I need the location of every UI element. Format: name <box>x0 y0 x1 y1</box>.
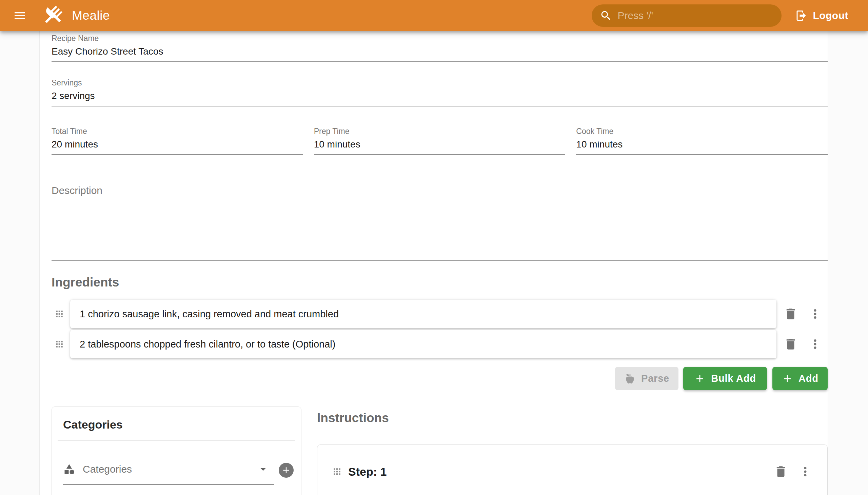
delete-step-button[interactable] <box>771 462 790 481</box>
trash-icon <box>784 337 798 351</box>
categories-card: Categories Categories <box>52 407 302 495</box>
drag-handle-icon[interactable] <box>55 340 64 348</box>
step-card: Step: 1 Combine crumbled chorizo and chi… <box>317 444 828 495</box>
ingredient-text: 1 chorizo sausage link, casing removed a… <box>80 309 339 320</box>
drag-handle-icon[interactable] <box>55 309 64 318</box>
search-input[interactable]: Press '/' <box>592 4 782 27</box>
cook-time-label: Cook Time <box>576 127 828 136</box>
total-time-field[interactable]: Total Time 20 minutes <box>52 127 303 155</box>
ingredient-row: 2 tablespoons chopped fresh cilantro, or… <box>55 330 828 358</box>
recipe-name-field[interactable]: Recipe Name Easy Chorizo Street Tacos <box>52 31 828 62</box>
description-textarea[interactable]: Description <box>52 155 828 261</box>
servings-label: Servings <box>52 78 828 87</box>
logout-button[interactable]: Logout <box>795 10 848 22</box>
ingredient-menu-button[interactable] <box>806 305 824 323</box>
bulk-add-label: Bulk Add <box>711 373 756 384</box>
categories-heading: Categories <box>63 418 301 431</box>
app-title: Mealie <box>72 8 110 23</box>
prep-time-value[interactable]: 10 minutes <box>314 139 565 154</box>
cook-time-value[interactable]: 10 minutes <box>576 139 828 154</box>
add-ingredient-button[interactable]: Add <box>772 367 828 390</box>
app-bar-left: Mealie <box>0 4 110 27</box>
ingredients-actions: Parse Bulk Add Add <box>40 367 828 390</box>
search-placeholder: Press '/' <box>617 10 653 21</box>
step-header: Step: 1 <box>333 462 815 481</box>
recipe-name-label: Recipe Name <box>52 34 828 43</box>
app-bar-right: Press '/' Logout <box>592 4 868 27</box>
step-title: Step: 1 <box>348 465 387 478</box>
ingredients-list: 1 chorizo sausage link, casing removed a… <box>40 300 828 358</box>
servings-field[interactable]: Servings 2 servings <box>52 78 828 106</box>
apple-icon <box>624 373 636 385</box>
menu-button[interactable] <box>12 8 27 23</box>
trash-icon <box>784 307 798 321</box>
trash-icon <box>774 464 788 479</box>
instructions-heading: Instructions <box>317 411 828 425</box>
hamburger-icon <box>13 9 27 22</box>
plus-icon <box>782 373 793 385</box>
categories-select[interactable]: Categories <box>63 463 274 485</box>
categories-divider <box>58 440 295 441</box>
instructions-section: Instructions Step: 1 Com <box>317 407 828 495</box>
delete-ingredient-button[interactable] <box>781 335 800 354</box>
ingredients-heading: Ingredients <box>52 275 828 290</box>
ingredient-menu-button[interactable] <box>806 335 824 354</box>
prep-time-field[interactable]: Prep Time 10 minutes <box>314 127 565 155</box>
add-label: Add <box>799 373 818 384</box>
total-time-label: Total Time <box>52 127 303 136</box>
plus-icon <box>281 465 291 475</box>
ingredient-text: 2 tablespoons chopped fresh cilantro, or… <box>80 339 335 350</box>
ingredient-input[interactable]: 2 tablespoons chopped fresh cilantro, or… <box>70 330 777 358</box>
recipe-form-card: Recipe Name Easy Chorizo Street Tacos Se… <box>39 31 828 495</box>
search-icon <box>600 10 612 22</box>
step-menu-button[interactable] <box>796 462 815 481</box>
servings-value[interactable]: 2 servings <box>52 90 828 106</box>
categories-select-label: Categories <box>83 463 132 475</box>
shapes-icon <box>63 463 75 475</box>
parse-button[interactable]: Parse <box>615 367 679 390</box>
logout-label: Logout <box>813 10 848 21</box>
kebab-icon <box>808 307 822 321</box>
app-bar: Mealie Press '/' Logout <box>0 0 868 31</box>
recipe-name-value[interactable]: Easy Chorizo Street Tacos <box>52 46 828 62</box>
plus-icon <box>694 373 705 385</box>
ingredient-row: 1 chorizo sausage link, casing removed a… <box>55 300 828 328</box>
kebab-icon <box>808 337 822 351</box>
total-time-value[interactable]: 20 minutes <box>52 139 303 154</box>
parse-label: Parse <box>641 373 669 384</box>
bottom-columns: Categories Categories <box>52 407 828 495</box>
times-row: Total Time 20 minutes Prep Time 10 minut… <box>52 127 828 155</box>
logout-icon <box>795 10 807 22</box>
prep-time-label: Prep Time <box>314 127 565 136</box>
kebab-icon <box>798 464 812 479</box>
drag-handle-icon[interactable] <box>333 467 341 476</box>
add-category-button[interactable] <box>279 463 294 478</box>
categories-select-row: Categories <box>63 463 294 485</box>
bulk-add-button[interactable]: Bulk Add <box>683 367 767 390</box>
delete-ingredient-button[interactable] <box>781 305 800 323</box>
chevron-down-icon[interactable] <box>257 463 269 475</box>
ingredient-input[interactable]: 1 chorizo sausage link, casing removed a… <box>70 300 777 328</box>
cook-time-field[interactable]: Cook Time 10 minutes <box>576 127 828 155</box>
recipe-meta-fields: Recipe Name Easy Chorizo Street Tacos Se… <box>52 31 828 261</box>
mealie-recipe-editor-page: Mealie Press '/' Logout Recipe Name Easy… <box>0 0 868 495</box>
description-label: Description <box>52 185 828 196</box>
mealie-logo-icon <box>41 4 64 27</box>
